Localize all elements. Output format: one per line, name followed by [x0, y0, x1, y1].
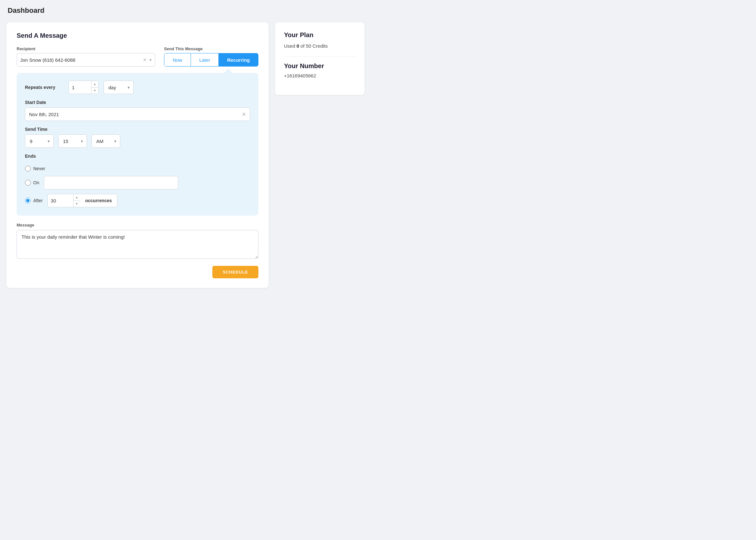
- send-time-section: Send Time 1234 5678 9101112 ▾ 000510: [25, 127, 250, 148]
- start-date-label: Start Date: [25, 100, 250, 105]
- send-time-label: Send Time: [25, 127, 250, 132]
- interval-down-btn[interactable]: ▼: [91, 88, 98, 94]
- start-date-input-wrap[interactable]: ✕: [25, 107, 250, 121]
- interval-number-field[interactable]: [69, 81, 91, 94]
- plan-card: Your Plan Used 0 of 50 Credits Your Numb…: [275, 22, 365, 95]
- occurrences-up-btn[interactable]: ▲: [73, 194, 80, 201]
- recipient-input-wrap[interactable]: ✕ ▾: [17, 53, 155, 67]
- occurrences-down-btn[interactable]: ▼: [73, 201, 80, 207]
- ends-never-radio-wrap[interactable]: Never: [25, 166, 45, 172]
- message-section: Message This is your daily reminder that…: [17, 223, 259, 260]
- ampm-select-wrap: AM PM ▾: [91, 134, 120, 148]
- recipient-label: Recipient: [17, 47, 155, 51]
- ends-on-radio-wrap[interactable]: On: [25, 180, 39, 186]
- hour-select[interactable]: 1234 5678 9101112: [25, 134, 54, 148]
- ends-section: Ends Never On: [25, 154, 250, 207]
- your-number: +16169405662: [284, 73, 356, 78]
- send-this-message-group: Send This Message Now Later Recurring: [164, 47, 259, 67]
- occurrences-input[interactable]: [48, 194, 73, 207]
- plan-section: Your Plan Used 0 of 50 Credits: [284, 31, 356, 49]
- credits-used: 0: [296, 43, 299, 49]
- occurrences-input-wrap[interactable]: ▲ ▼ occurrences: [47, 194, 117, 207]
- clear-recipient-icon[interactable]: ✕: [143, 57, 147, 63]
- ends-on-radio[interactable]: [25, 180, 31, 186]
- plan-credits: Used 0 of 50 Credits: [284, 43, 356, 49]
- ends-never-row: Never: [25, 166, 250, 172]
- send-time-row: 1234 5678 9101112 ▾ 000510 152025 303540…: [25, 134, 250, 148]
- send-message-card: Send A Message Recipient ✕ ▾ Send This M…: [6, 22, 269, 288]
- ends-never-radio[interactable]: [25, 166, 31, 172]
- recurring-panel: Repeats every ▲ ▼ day week month year: [17, 73, 259, 215]
- page-title: Dashboard: [6, 6, 750, 15]
- ends-after-label: After: [33, 198, 43, 203]
- repeats-every-row: Repeats every ▲ ▼ day week month year: [25, 80, 250, 94]
- minute-select-wrap: 000510 152025 303540 455055 ▾: [58, 134, 87, 148]
- plan-divider: [284, 56, 356, 57]
- message-textarea[interactable]: This is your daily reminder that Winter …: [17, 230, 259, 259]
- interval-unit-select-wrap: day week month year ▾: [104, 80, 134, 94]
- chevron-down-icon[interactable]: ▾: [149, 57, 152, 63]
- your-number-title: Your Number: [284, 63, 356, 70]
- send-tabs: Now Later Recurring: [164, 53, 259, 67]
- ampm-select[interactable]: AM PM: [91, 134, 120, 148]
- your-number-section: Your Number +16169405662: [284, 63, 356, 78]
- interval-unit-select[interactable]: day week month year: [104, 80, 134, 94]
- schedule-button[interactable]: SCHEDULE: [212, 266, 259, 278]
- send-this-message-label: Send This Message: [164, 47, 259, 51]
- interval-number-input[interactable]: ▲ ▼: [68, 80, 98, 94]
- recipient-group: Recipient ✕ ▾: [17, 47, 155, 67]
- start-date-section: Start Date ✕: [25, 100, 250, 121]
- credits-middle: of: [299, 43, 306, 49]
- credits-total: 50: [306, 43, 311, 49]
- tab-later[interactable]: Later: [191, 54, 219, 66]
- recipient-input[interactable]: [20, 57, 143, 63]
- ends-after-row: After ▲ ▼ occurrences: [25, 194, 250, 207]
- send-message-title: Send A Message: [17, 32, 259, 39]
- credits-suffix: Credits: [311, 43, 328, 49]
- credits-prefix: Used: [284, 43, 296, 49]
- tab-recurring[interactable]: Recurring: [219, 54, 258, 66]
- schedule-btn-row: SCHEDULE: [17, 266, 259, 278]
- start-date-input[interactable]: [29, 112, 242, 117]
- occurrences-label: occurrences: [80, 198, 117, 203]
- ends-on-label: On: [33, 180, 39, 185]
- ends-after-radio[interactable]: [25, 198, 31, 203]
- your-plan-title: Your Plan: [284, 31, 356, 39]
- clear-start-date-btn[interactable]: ✕: [242, 111, 246, 117]
- ends-label: Ends: [25, 154, 250, 159]
- ends-never-label: Never: [33, 166, 45, 171]
- tab-now[interactable]: Now: [164, 54, 191, 66]
- ends-after-radio-wrap[interactable]: After: [25, 198, 43, 203]
- hour-select-wrap: 1234 5678 9101112 ▾: [25, 134, 54, 148]
- ends-on-row: On: [25, 176, 250, 190]
- repeats-every-label: Repeats every: [25, 85, 63, 90]
- ends-on-date-input[interactable]: [44, 176, 178, 190]
- interval-up-btn[interactable]: ▲: [91, 81, 98, 88]
- message-label: Message: [17, 223, 259, 227]
- minute-select[interactable]: 000510 152025 303540 455055: [58, 134, 87, 148]
